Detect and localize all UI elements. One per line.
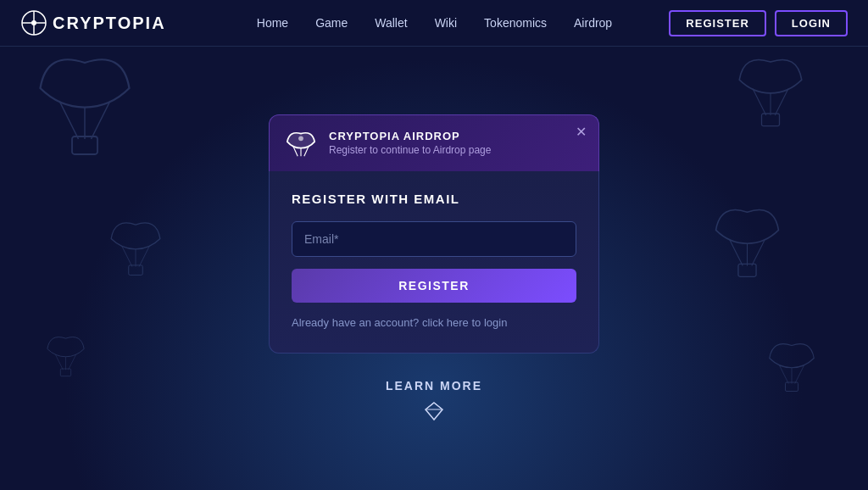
register-form-button[interactable]: REGISTER	[292, 269, 576, 303]
airdrop-subtitle: Register to continue to Airdrop page	[329, 144, 491, 156]
airdrop-text: CRYPTOPIA AIRDROP Register to continue t…	[329, 130, 491, 156]
nav-tokenomics[interactable]: Tokenomics	[484, 16, 547, 30]
register-form: REGISTER WITH EMAIL REGISTER Already hav…	[269, 171, 599, 354]
modal-area: CRYPTOPIA AIRDROP Register to continue t…	[269, 114, 599, 354]
learn-more-section: LEARN MORE	[386, 379, 482, 423]
register-button[interactable]: REGISTER	[669, 10, 765, 36]
nav-airdrop[interactable]: Airdrop	[574, 16, 612, 30]
login-hint[interactable]: Already have an account? click here to l…	[292, 316, 576, 329]
svg-line-33	[426, 403, 434, 409]
navbar: CRYPTOPIA Home Game Wallet Wiki Tokenomi…	[0, 0, 868, 47]
logo[interactable]: CRYPTOPIA	[20, 9, 166, 36]
nav-links: Home Game Wallet Wiki Tokenomics Airdrop	[200, 16, 670, 30]
nav-home[interactable]: Home	[257, 16, 288, 30]
close-button[interactable]: ✕	[576, 125, 587, 139]
nav-wallet[interactable]: Wallet	[375, 16, 407, 30]
learn-more-label: LEARN MORE	[386, 379, 482, 393]
nav-wiki[interactable]: Wiki	[435, 16, 457, 30]
nav-game[interactable]: Game	[315, 16, 348, 30]
logo-text: CRYPTOPIA	[53, 14, 166, 33]
logo-icon	[20, 9, 47, 36]
airdrop-banner: CRYPTOPIA AIRDROP Register to continue t…	[269, 114, 599, 171]
main-content: CRYPTOPIA AIRDROP Register to continue t…	[0, 47, 868, 490]
email-input[interactable]	[292, 221, 576, 257]
svg-line-34	[434, 403, 442, 409]
airdrop-title: CRYPTOPIA AIRDROP	[329, 130, 491, 142]
login-button[interactable]: LOGIN	[775, 10, 848, 36]
nav-actions: REGISTER LOGIN	[669, 10, 848, 36]
diamond-icon	[422, 399, 446, 423]
svg-point-31	[298, 136, 303, 141]
register-heading: REGISTER WITH EMAIL	[292, 192, 576, 206]
airdrop-parachute-icon	[285, 127, 317, 159]
